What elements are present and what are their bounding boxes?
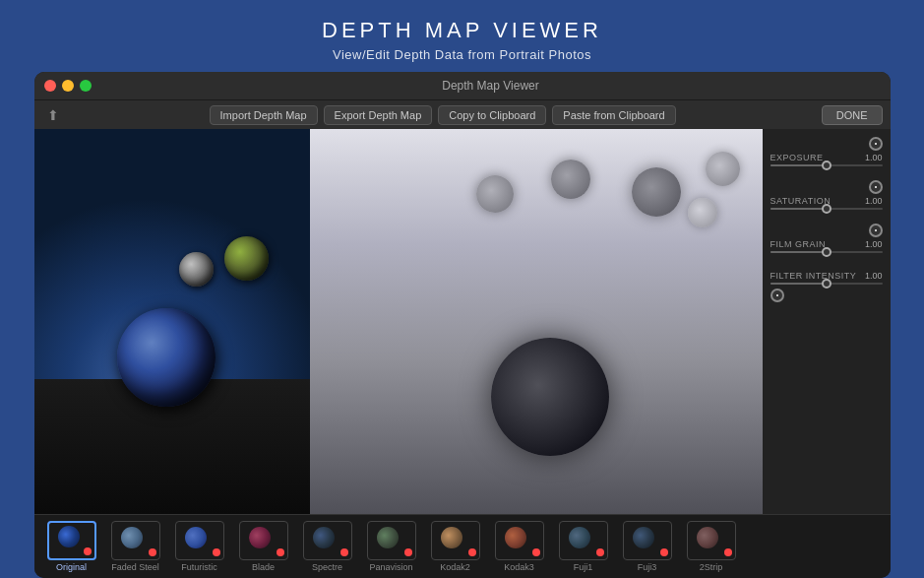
original-photo-panel (34, 129, 310, 514)
filter-thumb-2strip[interactable]: 2Strip (682, 521, 741, 572)
filter-label-panavision: Panavision (369, 562, 412, 572)
filter-dot-panavision (404, 548, 412, 556)
filter-dot-kodak2 (468, 548, 476, 556)
filter-thumb-panavision[interactable]: Panavision (362, 521, 421, 572)
filter-label-blade: Blade (252, 562, 275, 572)
filter-label-kodak2: Kodak2 (440, 562, 470, 572)
film-grain-value: 1.00 (865, 239, 883, 249)
filter-marble-blade (249, 527, 271, 548)
filter-preview-blade (239, 521, 288, 560)
filter-intensity-value: 1.00 (865, 271, 883, 281)
filter-dot-kodak3 (532, 548, 540, 556)
paste-from-clipboard-button[interactable]: Paste from Clipboard (552, 105, 675, 125)
filter-preview-futuristic (175, 521, 224, 560)
exposure-value: 1.00 (865, 153, 883, 162)
filter-marble-panavision (377, 527, 399, 548)
marble-blue-big (117, 308, 216, 407)
filter-dot-fuji3 (660, 548, 668, 556)
side-controls: EXPOSURE 1.00 SATURATION 1.00 (763, 129, 891, 514)
upload-icon[interactable]: ⬆ (42, 104, 64, 126)
filter-label-spectre: Spectre (312, 562, 342, 572)
filter-label-fuji1: Fuji1 (574, 562, 593, 572)
header: DEPTH MAP VIEWER View/Edit Depth Data fr… (322, 0, 602, 72)
depth-sphere-3 (476, 175, 514, 213)
filter-strip: OriginalFaded SteelFuturisticBladeSpectr… (34, 514, 891, 578)
filter-thumb-faded_steel[interactable]: Faded Steel (106, 521, 165, 572)
window-title: Depth Map Viewer (101, 79, 881, 93)
toolbar: ⬆ Import Depth Map Export Depth Map Copy… (34, 99, 891, 129)
filter-preview-original (47, 521, 96, 560)
copy-to-clipboard-button[interactable]: Copy to Clipboard (438, 105, 546, 125)
filter-preview-fuji3 (623, 521, 672, 560)
exposure-label: EXPOSURE (770, 153, 824, 162)
filter-dot-spectre (340, 548, 348, 556)
filter-thumb-kodak2[interactable]: Kodak2 (426, 521, 485, 572)
depth-sphere-2 (551, 160, 590, 199)
app-window: Depth Map Viewer ⬆ Import Depth Map Expo… (34, 72, 891, 578)
import-depth-map-button[interactable]: Import Depth Map (210, 105, 318, 125)
film-grain-label: FILM GRAIN (770, 239, 827, 249)
titlebar: Depth Map Viewer (34, 72, 891, 99)
main-content: EXPOSURE 1.00 SATURATION 1.00 (34, 129, 891, 514)
filter-label-2strip: 2Strip (700, 562, 723, 572)
filter-intensity-control: FILTER INTENSITY 1.00 (770, 271, 883, 304)
filter-marble-kodak2 (441, 527, 462, 548)
saturation-knob[interactable] (869, 180, 883, 194)
filter-marble-fuji1 (569, 527, 590, 548)
filter-label-original: Original (56, 562, 87, 572)
filter-thumb-blade[interactable]: Blade (234, 521, 293, 572)
filter-preview-spectre (303, 521, 352, 560)
saturation-value: 1.00 (865, 196, 883, 206)
filter-preview-panavision (367, 521, 416, 560)
close-button[interactable] (44, 80, 56, 92)
exposure-slider[interactable] (770, 164, 883, 166)
filter-thumb-original[interactable]: Original (42, 521, 101, 572)
film-grain-slider[interactable] (770, 251, 883, 253)
saturation-control: SATURATION 1.00 (770, 180, 883, 214)
saturation-slider[interactable] (770, 208, 883, 210)
app-title: DEPTH MAP VIEWER (322, 18, 602, 43)
marble-grey (179, 252, 214, 287)
traffic-lights (44, 80, 92, 92)
exposure-knob[interactable] (869, 137, 883, 151)
filter-preview-kodak3 (495, 521, 544, 560)
filter-preview-fuji1 (559, 521, 608, 560)
depth-sphere-1 (632, 167, 681, 217)
depth-sphere-4 (706, 152, 740, 186)
film-grain-control: FILM GRAIN 1.00 (770, 224, 883, 257)
filter-label-futuristic: Futuristic (181, 562, 217, 572)
filter-marble-kodak3 (505, 527, 526, 548)
depth-map-panel (310, 129, 763, 514)
filter-dot-fuji1 (596, 548, 604, 556)
maximize-button[interactable] (80, 80, 92, 92)
filter-dot-blade (277, 548, 284, 556)
depth-map-image (310, 129, 763, 514)
minimize-button[interactable] (62, 80, 74, 92)
filter-marble-spectre (313, 527, 335, 548)
film-grain-knob[interactable] (869, 224, 883, 237)
export-depth-map-button[interactable]: Export Depth Map (324, 105, 433, 125)
filter-thumb-futuristic[interactable]: Futuristic (170, 521, 229, 572)
filter-intensity-knob[interactable] (770, 289, 784, 302)
filter-thumb-spectre[interactable]: Spectre (298, 521, 357, 572)
filter-thumb-fuji3[interactable]: Fuji3 (618, 521, 677, 572)
filter-label-faded_steel: Faded Steel (111, 562, 159, 572)
filter-thumb-fuji1[interactable]: Fuji1 (554, 521, 613, 572)
filter-marble-2strip (697, 527, 718, 548)
filter-marble-original (58, 526, 80, 547)
filter-dot-faded_steel (149, 548, 156, 556)
filter-dot-original (84, 547, 92, 555)
filter-marble-fuji3 (633, 527, 654, 548)
filter-dot-2strip (724, 548, 732, 556)
filter-thumb-kodak3[interactable]: Kodak3 (490, 521, 549, 572)
filter-preview-kodak2 (431, 521, 480, 560)
done-button[interactable]: DONE (822, 105, 883, 125)
app-subtitle: View/Edit Depth Data from Portrait Photo… (322, 47, 602, 62)
filter-dot-futuristic (213, 548, 220, 556)
original-photo (34, 129, 310, 514)
saturation-label: SATURATION (770, 196, 832, 206)
filter-label-fuji3: Fuji3 (638, 562, 657, 572)
marble-green (224, 236, 269, 281)
depth-sphere-5 (688, 198, 717, 227)
filter-intensity-slider[interactable] (770, 283, 883, 285)
